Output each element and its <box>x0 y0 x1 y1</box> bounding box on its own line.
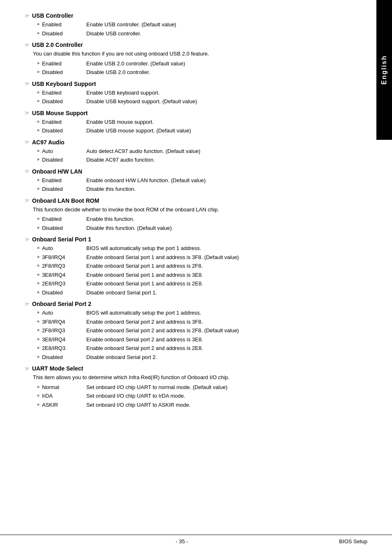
section-usb-20-controller: ☞USB 2.0 ControllerYou can disable this … <box>25 42 363 76</box>
option-value: Enable onboard Serial port 2 and address… <box>86 318 363 326</box>
option-value: Set onboard I/O chip UART to normal mode… <box>86 383 363 392</box>
option-value: BIOS will automatically setup the port 1… <box>86 244 363 253</box>
section-title-text: Onboard LAN Boot ROM <box>32 197 99 204</box>
option-key: »2E8/IRQ3 <box>37 344 86 352</box>
arrow-icon: » <box>37 224 39 231</box>
main-content: ☞USB Controller»EnabledEnable USB contro… <box>0 0 392 556</box>
option-key: »Disabled <box>37 156 86 164</box>
option-key: »IrDA <box>37 392 86 400</box>
section-title-uart-mode-select: ☞UART Mode Select <box>25 365 363 372</box>
option-key-text: Enabled <box>42 21 62 29</box>
section-title-ac97-audio: ☞AC97 Audio <box>25 139 363 146</box>
arrow-icon: » <box>37 344 39 351</box>
option-value: Enable onboard Serial port 1 and address… <box>86 262 363 270</box>
option-key: »Auto <box>37 244 86 253</box>
section-title-usb-mouse-support: ☞USB Mouse Support <box>25 110 363 116</box>
arrow-icon: » <box>37 185 39 192</box>
option-key-text: 3F8/IRQ4 <box>42 318 65 326</box>
option-key-text: Enabled <box>42 89 62 97</box>
option-row: »ASKIRSet onboard I/O chip UART to ASKIR… <box>37 401 363 409</box>
option-value: Enable USB 2.0 controller. (Default valu… <box>86 60 363 68</box>
section-desc-uart-mode-select: This item allows you to determine which … <box>33 373 363 382</box>
option-row: »AutoAuto detect AC97 audio function. (D… <box>37 147 363 155</box>
option-key: »Enabled <box>37 89 86 97</box>
option-key: »3E8/IRQ4 <box>37 336 86 344</box>
option-key-text: Auto <box>42 244 53 253</box>
option-key-text: Enabled <box>42 118 62 126</box>
arrow-icon: » <box>37 253 39 260</box>
option-value: Set onboard I/O chip UART to IrDA mode. <box>86 392 363 400</box>
option-row: »DisabledDisable USB mouse support. (Def… <box>37 127 363 135</box>
option-value: Set onboard I/O chip UART to ASKIR mode. <box>86 401 363 409</box>
option-key: »Disabled <box>37 30 86 38</box>
section-title-usb-controller: ☞USB Controller <box>25 12 363 19</box>
option-row: »2E8/IRQ3Enable onboard Serial port 1 an… <box>37 280 363 288</box>
option-key-text: Disabled <box>42 127 63 135</box>
option-key: »Auto <box>37 147 86 155</box>
option-key-text: Disabled <box>42 68 63 76</box>
option-key: »ASKIR <box>37 401 86 409</box>
option-key: »Enabled <box>37 176 86 185</box>
section-onboard-hw-lan: ☞Onboard H/W LAN»EnabledEnable onboard H… <box>25 168 363 193</box>
arrow-icon: » <box>37 244 39 251</box>
option-row: »DisabledDisable onboard Serial port 1. <box>37 289 363 297</box>
option-key-text: Disabled <box>42 185 63 193</box>
option-key-text: Disabled <box>42 156 63 164</box>
option-row: »2E8/IRQ3Enable onboard Serial port 2 an… <box>37 344 363 352</box>
option-value: Enable onboard Serial port 2 and address… <box>86 336 363 344</box>
arrow-icon: » <box>37 309 39 316</box>
option-value: Disable AC97 audio function. <box>86 156 363 164</box>
option-key-text: 2F8/IRQ3 <box>42 327 65 335</box>
section-usb-keyboard-support: ☞USB Keyboard Support»EnabledEnable USB … <box>25 81 363 106</box>
option-row: »DisabledDisable USB controller. <box>37 30 363 38</box>
arrow-icon: » <box>37 118 39 125</box>
option-key-text: Disabled <box>42 97 63 106</box>
option-key-text: Disabled <box>42 353 63 361</box>
option-key-text: Disabled <box>42 224 63 232</box>
cursor-icon: ☞ <box>25 42 30 48</box>
option-row: »EnabledEnable USB controller. (Default … <box>37 21 363 29</box>
arrow-icon: » <box>37 401 39 408</box>
cursor-icon: ☞ <box>25 197 30 204</box>
section-title-text: USB 2.0 Controller <box>32 42 83 48</box>
option-key: »3E8/IRQ4 <box>37 271 86 279</box>
arrow-icon: » <box>37 336 39 343</box>
option-row: »EnabledEnable onboard H/W LAN function.… <box>37 176 363 185</box>
option-row: »DisabledDisable this function. <box>37 185 363 193</box>
option-key-text: 2E8/IRQ3 <box>42 280 65 288</box>
section-title-onboard-lan-boot-rom: ☞Onboard LAN Boot ROM <box>25 197 363 204</box>
option-value: Enable onboard Serial port 2 and address… <box>86 327 363 335</box>
option-row: »3F8/IRQ4Enable onboard Serial port 1 an… <box>37 253 363 262</box>
arrow-icon: » <box>37 383 39 390</box>
arrow-icon: » <box>37 318 39 325</box>
option-key: »Enabled <box>37 215 86 223</box>
arrow-icon: » <box>37 215 39 222</box>
option-key: »Disabled <box>37 185 86 193</box>
option-key: »Auto <box>37 309 86 317</box>
option-value: Enable onboard Serial port 2 and address… <box>86 344 363 352</box>
option-key-text: Normal <box>42 383 59 392</box>
section-onboard-serial-port-2: ☞Onboard Serial Port 2»AutoBIOS will aut… <box>25 301 363 361</box>
option-key-text: Enabled <box>42 60 62 68</box>
page-wrapper: English ☞USB Controller»EnabledEnable US… <box>0 0 392 556</box>
section-uart-mode-select: ☞UART Mode SelectThis item allows you to… <box>25 365 363 409</box>
arrow-icon: » <box>37 280 39 287</box>
arrow-icon: » <box>37 289 39 296</box>
option-key: »3F8/IRQ4 <box>37 253 86 262</box>
option-row: »EnabledEnable USB keyboard support. <box>37 89 363 97</box>
arrow-icon: » <box>37 127 39 134</box>
option-row: »3F8/IRQ4Enable onboard Serial port 2 an… <box>37 318 363 326</box>
option-row: »EnabledEnable this function. <box>37 215 363 223</box>
option-row: »EnabledEnable USB mouse support. <box>37 118 363 126</box>
arrow-icon: » <box>37 30 39 37</box>
arrow-icon: » <box>37 147 39 154</box>
option-key-text: Disabled <box>42 30 63 38</box>
option-row: »IrDASet onboard I/O chip UART to IrDA m… <box>37 392 363 400</box>
footer-right: BIOS Setup <box>339 538 367 544</box>
option-value: Disable onboard Serial port 2. <box>86 353 363 361</box>
option-value: Enable onboard Serial port 1 and address… <box>86 253 363 262</box>
arrow-icon: » <box>37 392 39 399</box>
option-row: »NormalSet onboard I/O chip UART to norm… <box>37 383 363 392</box>
footer: - 35 - BIOS Setup <box>0 535 392 548</box>
option-key-text: ASKIR <box>42 401 58 409</box>
